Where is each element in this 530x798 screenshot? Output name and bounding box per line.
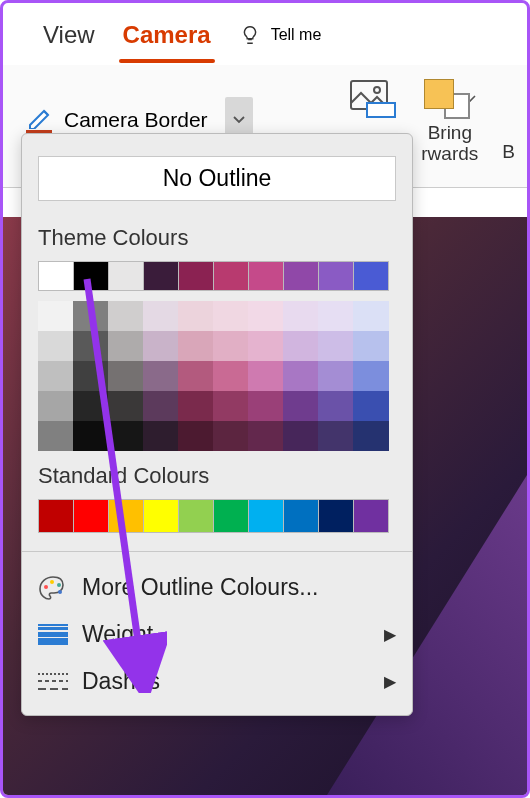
standard-colour-swatch[interactable] [108,499,144,533]
theme-shade-swatch[interactable] [353,361,389,391]
theme-shade-swatch[interactable] [143,361,179,391]
svg-point-6 [58,590,62,594]
theme-shade-swatch[interactable] [73,391,109,421]
camera-border-label: Camera Border [64,108,208,132]
theme-shade-swatch[interactable] [248,301,284,331]
theme-shade-swatch[interactable] [248,361,284,391]
theme-colour-swatch[interactable] [283,261,319,291]
theme-shade-swatch[interactable] [283,361,319,391]
theme-colour-swatch[interactable] [353,261,389,291]
theme-shade-swatch[interactable] [143,301,179,331]
theme-shade-swatch[interactable] [38,331,74,361]
theme-shade-swatch[interactable] [283,421,319,451]
theme-colour-swatch[interactable] [38,261,74,291]
dashes-item[interactable]: Dashes ▶ [22,658,412,705]
tab-view[interactable]: View [43,21,95,49]
theme-shade-swatch[interactable] [73,301,109,331]
theme-colours-label: Theme Colours [22,217,412,261]
theme-colour-swatch[interactable] [318,261,354,291]
weight-label: Weight [82,621,153,648]
theme-shade-swatch[interactable] [318,421,354,451]
standard-colour-swatch[interactable] [353,499,389,533]
standard-colours-label: Standard Colours [22,455,412,499]
svg-point-4 [50,580,54,584]
theme-shade-swatch[interactable] [283,331,319,361]
theme-shade-swatch[interactable] [248,391,284,421]
theme-shade-swatch[interactable] [213,361,249,391]
theme-shade-swatch[interactable] [178,301,214,331]
dashes-icon [38,671,68,693]
standard-colour-swatch[interactable] [73,499,109,533]
theme-shade-swatch[interactable] [283,301,319,331]
theme-shade-swatch[interactable] [353,331,389,361]
theme-shade-swatch[interactable] [73,331,109,361]
theme-shade-swatch[interactable] [178,331,214,361]
theme-shade-swatch[interactable] [143,391,179,421]
border-dropdown-panel: No Outline Theme Colours Standard Colour… [21,133,413,716]
theme-shade-swatch[interactable] [213,391,249,421]
no-outline-option[interactable]: No Outline [38,156,396,201]
standard-colour-swatch[interactable] [318,499,354,533]
picture-format-button[interactable] [349,79,397,119]
theme-colour-swatch[interactable] [73,261,109,291]
theme-shade-swatch[interactable] [143,331,179,361]
theme-shade-swatch[interactable] [353,421,389,451]
weight-item[interactable]: Weight ▶ [22,611,412,658]
theme-colour-swatch[interactable] [108,261,144,291]
theme-shade-swatch[interactable] [353,391,389,421]
chevron-down-icon [233,116,245,124]
ribbon-tabs: View Camera Tell me [3,3,527,65]
theme-colour-swatch[interactable] [248,261,284,291]
tell-me[interactable]: Tell me [239,24,322,46]
theme-shade-swatch[interactable] [108,391,144,421]
theme-shade-swatch[interactable] [38,421,74,451]
palette-icon [38,575,68,601]
theme-shade-swatch[interactable] [213,331,249,361]
theme-shade-swatch[interactable] [213,421,249,451]
theme-shade-swatch[interactable] [38,361,74,391]
theme-shade-swatch[interactable] [73,361,109,391]
theme-shade-swatch[interactable] [38,301,74,331]
theme-shade-swatch[interactable] [318,361,354,391]
theme-shade-swatch[interactable] [353,301,389,331]
tab-camera[interactable]: Camera [123,21,211,49]
standard-colour-row [22,499,412,539]
theme-shade-swatch[interactable] [73,421,109,451]
theme-shade-swatch[interactable] [283,391,319,421]
theme-colour-swatch[interactable] [178,261,214,291]
theme-shade-swatch[interactable] [318,391,354,421]
more-outline-colours-item[interactable]: More Outline Colours... [22,564,412,611]
theme-colour-swatch[interactable] [143,261,179,291]
standard-colour-swatch[interactable] [38,499,74,533]
theme-shade-swatch[interactable] [38,391,74,421]
weight-icon [38,624,68,646]
theme-shade-swatch[interactable] [108,361,144,391]
tell-me-label: Tell me [271,26,322,44]
standard-colour-swatch[interactable] [248,499,284,533]
svg-rect-2 [367,103,395,117]
theme-shade-swatch[interactable] [143,421,179,451]
theme-colour-swatch[interactable] [213,261,249,291]
standard-colour-swatch[interactable] [213,499,249,533]
standard-colour-swatch[interactable] [283,499,319,533]
picture-icon [349,79,397,119]
theme-shade-swatch[interactable] [178,361,214,391]
svg-point-3 [44,585,48,589]
theme-shade-swatch[interactable] [178,391,214,421]
bring-forward-icon[interactable] [424,79,470,119]
divider [22,551,412,552]
theme-shade-swatch[interactable] [108,421,144,451]
theme-shade-swatch[interactable] [248,421,284,451]
lightbulb-icon [239,24,261,46]
theme-shade-swatch[interactable] [248,331,284,361]
partial-label: B [502,142,515,163]
svg-point-5 [57,583,61,587]
theme-shade-swatch[interactable] [213,301,249,331]
standard-colour-swatch[interactable] [143,499,179,533]
theme-shade-swatch[interactable] [108,331,144,361]
theme-shade-swatch[interactable] [318,301,354,331]
theme-shade-swatch[interactable] [178,421,214,451]
theme-shade-swatch[interactable] [318,331,354,361]
theme-shade-swatch[interactable] [108,301,144,331]
standard-colour-swatch[interactable] [178,499,214,533]
